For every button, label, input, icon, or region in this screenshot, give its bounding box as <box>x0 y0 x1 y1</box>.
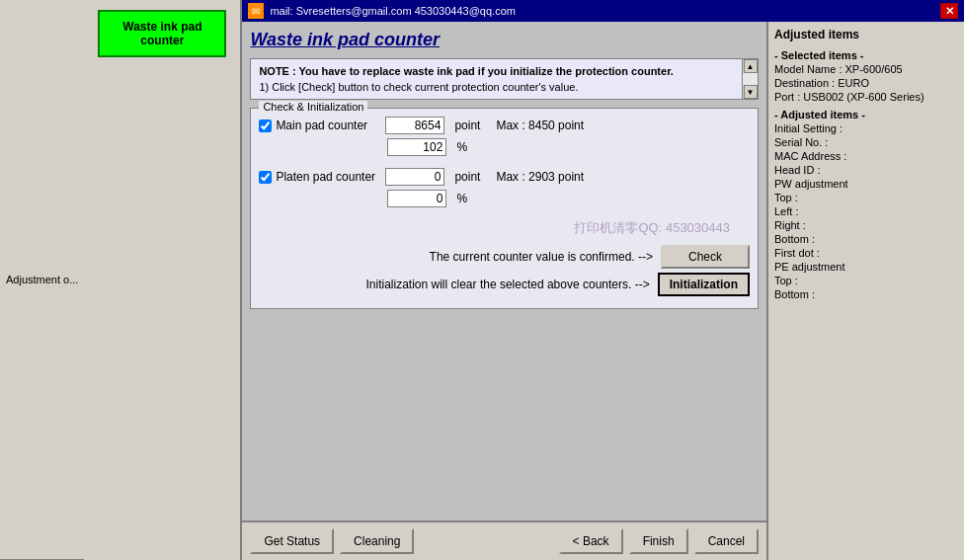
note-text-2: 1) Click [Check] button to check current… <box>259 81 730 93</box>
platen-pad-value1[interactable] <box>385 168 444 186</box>
bottom-toolbar: Get Status Cleaning < Back Finish Cancel <box>242 520 766 560</box>
pw-top: Top : <box>774 192 958 203</box>
title-bar-left: ✉ mail: Svresetters@gmail.com 453030443@… <box>248 3 516 19</box>
pw-bottom: Bottom : <box>774 233 958 245</box>
main-pad-checkbox-label[interactable]: Main pad counter <box>259 119 377 132</box>
page-title: Waste ink pad counter <box>250 30 759 50</box>
init-action-row: Initialization will clear the selected a… <box>259 273 750 296</box>
pw-left: Left : <box>774 205 958 217</box>
group-label: Check & Initialization <box>259 101 367 113</box>
serial-no: Serial No. : <box>774 136 958 148</box>
main-pad-max: Max : 8450 point <box>496 119 584 132</box>
close-button[interactable]: ✕ <box>940 3 958 19</box>
content-area: Waste ink pad counter NOTE : You have to… <box>242 22 766 520</box>
watermark-text: 打印机清零QQ: 453030443 <box>259 219 750 237</box>
main-pad-value2[interactable] <box>387 138 446 156</box>
main-pad-checkbox[interactable] <box>259 120 272 132</box>
back-button[interactable]: < Back <box>559 528 623 554</box>
destination: Destination : EURO <box>774 77 958 89</box>
platen-pad-checkbox[interactable] <box>259 171 272 184</box>
platen-pad-max: Max : 2903 point <box>496 170 584 184</box>
platen-pad-checkbox-label[interactable]: Platen pad counter <box>259 170 377 184</box>
inner-frame: Waste ink pad counter NOTE : You have to… <box>242 22 964 560</box>
title-bar: ✉ mail: Svresetters@gmail.com 453030443@… <box>242 0 964 22</box>
finish-button[interactable]: Finish <box>629 528 688 554</box>
sidebar-item-label: Waste ink pad counter <box>122 20 201 47</box>
model-name: Model Name : XP-600/605 <box>774 63 958 75</box>
pw-first-dot: First dot : <box>774 247 958 259</box>
note-text-1: NOTE : You have to replace waste ink pad… <box>259 65 730 77</box>
pe-top: Top : <box>774 275 958 286</box>
outer-title-bar: Adjustment o... <box>0 0 84 560</box>
platen-pad-label: Platen pad counter <box>276 170 375 184</box>
check-button[interactable]: Check <box>661 245 750 269</box>
head-id: Head ID : <box>774 164 958 176</box>
get-status-button[interactable]: Get Status <box>250 528 334 554</box>
mac-address: MAC Address : <box>774 150 958 162</box>
check-action-row: The current counter value is confirmed. … <box>259 245 750 269</box>
pe-bottom: Bottom : <box>774 288 958 300</box>
cleaning-button[interactable]: Cleaning <box>340 528 414 554</box>
platen-pad-unit2: % <box>456 192 467 205</box>
right-panel-title: Adjusted items <box>774 28 958 41</box>
main-pad-label: Main pad counter <box>276 119 367 132</box>
platen-pad-unit1: point <box>454 170 480 184</box>
pw-adjustment: PW adjustment <box>774 178 958 190</box>
platen-pad-value2[interactable] <box>387 190 446 207</box>
cancel-button[interactable]: Cancel <box>694 528 759 554</box>
main-pad-unit1: point <box>454 119 480 132</box>
main-pad-unit2: % <box>456 140 467 154</box>
pw-right: Right : <box>774 219 958 231</box>
selected-items-section: - Selected items - <box>774 49 958 61</box>
port: Port : USB002 (XP-600 Series) <box>774 91 958 103</box>
init-label: Initialization will clear the selected a… <box>259 278 657 291</box>
email-icon: ✉ <box>248 3 264 19</box>
note-scrollbar: ▲ ▼ <box>742 59 758 99</box>
scroll-down-arrow[interactable]: ▼ <box>744 85 758 99</box>
initial-setting: Initial Setting : <box>774 122 958 134</box>
sidebar-item-waste-ink[interactable]: Waste ink pad counter <box>98 10 226 57</box>
platen-pad-row-1: Platen pad counter point Max : 2903 poin… <box>259 168 750 186</box>
check-label: The current counter value is confirmed. … <box>259 250 661 264</box>
main-pad-row-2: % <box>259 138 750 156</box>
main-pad-value1[interactable] <box>385 117 444 134</box>
main-panel: Waste ink pad counter NOTE : You have to… <box>242 22 766 560</box>
right-panel: Adjusted items - Selected items - Model … <box>766 22 964 560</box>
note-box: NOTE : You have to replace waste ink pad… <box>250 58 759 100</box>
pe-adjustment: PE adjustment <box>774 261 958 273</box>
left-sidebar: Waste ink pad counter <box>84 0 242 560</box>
initialization-button[interactable]: Initialization <box>658 273 750 296</box>
outer-title-text: Adjustment o... <box>6 274 78 285</box>
app-frame: ✉ mail: Svresetters@gmail.com 453030443@… <box>242 0 964 560</box>
main-pad-row-1: Main pad counter point Max : 8450 point <box>259 117 750 134</box>
title-bar-email: mail: Svresetters@gmail.com 453030443@qq… <box>270 5 516 17</box>
check-init-group: Check & Initialization Main pad counter … <box>250 108 759 309</box>
scroll-up-arrow[interactable]: ▲ <box>744 59 758 73</box>
platen-pad-row-2: % <box>259 190 750 207</box>
adjusted-items-section: - Adjusted items - <box>774 109 958 120</box>
